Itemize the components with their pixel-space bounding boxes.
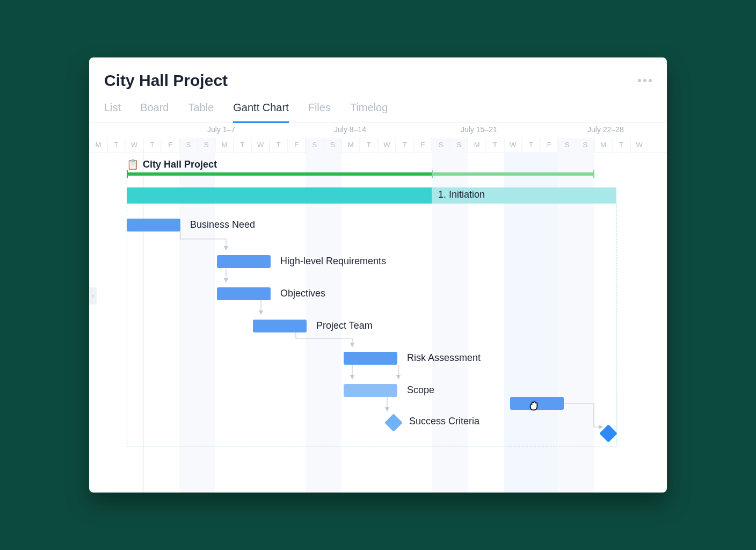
timeline-header: July 1–7 July 8–14 July 15–21 July 22–28… bbox=[89, 123, 667, 153]
task-label: Business Need bbox=[190, 219, 255, 230]
task-bar-high-level-requirements[interactable] bbox=[217, 255, 271, 268]
day-header-cell: S bbox=[306, 138, 324, 153]
day-header-cell: T bbox=[360, 138, 378, 153]
day-header-cell: F bbox=[540, 138, 558, 153]
day-header-cell: F bbox=[288, 138, 306, 153]
tab-timelog[interactable]: Timelog bbox=[350, 102, 388, 122]
tab-board[interactable]: Board bbox=[140, 102, 169, 122]
task-bar-business-need[interactable] bbox=[127, 219, 180, 231]
day-header-cell: T bbox=[396, 138, 414, 153]
tab-list[interactable]: List bbox=[104, 102, 121, 122]
tab-table[interactable]: Table bbox=[188, 102, 214, 122]
day-header-cell: S bbox=[450, 138, 468, 153]
day-header-cell: F bbox=[414, 138, 432, 153]
more-menu-button[interactable] bbox=[638, 79, 652, 82]
task-label: Success Criteria bbox=[409, 416, 479, 427]
task-label: Scope bbox=[407, 385, 434, 396]
task-bar-risk-assessment[interactable] bbox=[344, 352, 397, 365]
day-header-row: MTWTFSSMTWTFSSMTWTFSSMTWTFSSMTW bbox=[89, 138, 667, 153]
day-header-cell: S bbox=[324, 138, 342, 153]
day-header-cell: T bbox=[143, 138, 162, 153]
day-header-cell: M bbox=[89, 138, 107, 153]
day-header-cell: W bbox=[125, 138, 143, 153]
day-header-cell: T bbox=[270, 138, 288, 153]
header: City Hall Project bbox=[89, 57, 667, 90]
day-header-cell: T bbox=[612, 138, 630, 153]
gantt-chart-area[interactable]: › 📋 City Hall Project 1. Initiation bbox=[89, 153, 667, 493]
task-bar-scope[interactable] bbox=[344, 384, 397, 397]
day-header-cell: W bbox=[630, 138, 649, 153]
day-header-cell: S bbox=[576, 138, 594, 153]
day-header-cell: T bbox=[486, 138, 504, 153]
tab-gantt-chart[interactable]: Gantt Chart bbox=[233, 102, 288, 122]
week-label: July 1–7 bbox=[207, 125, 235, 134]
day-header-cell: W bbox=[504, 138, 522, 153]
day-header-cell: M bbox=[594, 138, 613, 153]
task-label: Risk Assessment bbox=[407, 352, 481, 364]
task-label: High-level Requirements bbox=[280, 256, 386, 267]
task-bar-project-team[interactable] bbox=[253, 320, 307, 332]
page-title: City Hall Project bbox=[104, 71, 228, 90]
day-header-cell: M bbox=[215, 138, 234, 153]
day-header-cell: M bbox=[468, 138, 486, 153]
dependency-lines bbox=[89, 153, 667, 493]
day-header-cell: S bbox=[198, 138, 216, 153]
day-header-cell: F bbox=[161, 138, 179, 153]
day-header-cell: S bbox=[432, 138, 450, 153]
tab-files[interactable]: Files bbox=[308, 102, 331, 122]
day-header-cell: S bbox=[179, 138, 198, 153]
week-label: July 8–14 bbox=[334, 125, 366, 134]
task-bar-objectives[interactable] bbox=[217, 287, 271, 300]
week-label: July 15–21 bbox=[461, 125, 497, 134]
view-tabs: List Board Table Gantt Chart Files Timel… bbox=[89, 90, 667, 123]
task-label: Objectives bbox=[280, 288, 325, 299]
task-label: Project Team bbox=[316, 320, 373, 331]
app-window: City Hall Project List Board Table Gantt… bbox=[89, 57, 667, 493]
week-label: July 22–28 bbox=[587, 125, 624, 134]
day-header-cell: W bbox=[251, 138, 270, 153]
day-header-cell: S bbox=[558, 138, 576, 153]
day-header-cell: W bbox=[378, 138, 396, 153]
day-header-cell: T bbox=[522, 138, 540, 153]
day-header-cell: T bbox=[234, 138, 252, 153]
day-header-cell: T bbox=[107, 138, 126, 153]
day-header-cell: M bbox=[341, 138, 360, 153]
grab-cursor-icon bbox=[527, 399, 540, 415]
